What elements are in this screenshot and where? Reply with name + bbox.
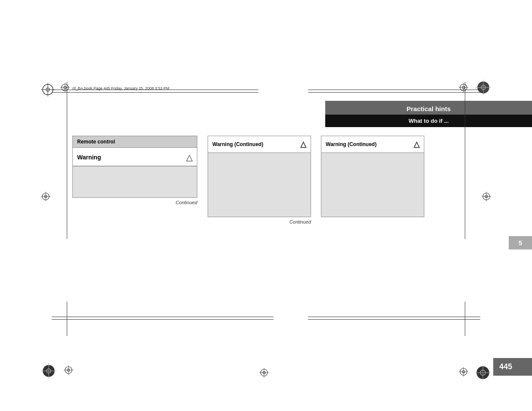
warning-continued-content-mid: [208, 153, 311, 217]
reg-mark-bottom-right-outer: [475, 364, 491, 381]
right-rule-top: [465, 82, 465, 239]
reg-mark-left-mid: [41, 192, 50, 201]
reg-mark-bottom-left-outer: [41, 363, 56, 379]
warning-label: Warning: [77, 154, 101, 161]
warning-row: Warning △: [73, 148, 197, 166]
left-rule-top: [67, 82, 67, 239]
warning-continued-box-mid: Warning (Continued) △: [208, 136, 311, 217]
reg-mark-right-mid: [482, 192, 491, 201]
section-tab: 5: [509, 236, 532, 249]
bottom-rule1: [52, 317, 274, 317]
right-column: Warning (Continued) △: [321, 136, 424, 217]
reg-mark-top-left-inner: [60, 83, 70, 92]
left-column: Remote control Warning △ Continued: [72, 136, 197, 205]
continued-label-mid: Continued: [208, 217, 311, 224]
file-info: nf_BA.book Page 445 Friday, January 25, …: [72, 86, 169, 90]
bottom-rule-right1: [308, 317, 480, 317]
header-rule-right2: [308, 92, 480, 93]
warning-continued-icon-mid: △: [300, 140, 306, 149]
middle-column: Warning (Continued) △ Continued: [208, 136, 311, 224]
header-rule-left2: [52, 92, 258, 93]
reg-mark-bottom-right-inner: [459, 367, 468, 377]
warning-continued-header-mid: Warning (Continued) △: [208, 136, 311, 153]
page-number-tab: 445: [493, 358, 532, 376]
warning-triangle-icon: △: [186, 152, 193, 162]
header-rule-right: [308, 90, 480, 90]
warning-continued-header-right: Warning (Continued) △: [321, 136, 424, 153]
warning-content: [73, 166, 197, 197]
remote-control-header: Remote control: [73, 136, 197, 148]
sub-header: What to do if ...: [325, 115, 532, 127]
warning-continued-box-right: Warning (Continued) △: [321, 136, 424, 217]
warning-continued-icon-right: △: [414, 140, 420, 149]
reg-mark-top-right-inner: [459, 83, 468, 92]
right-rule-bottom: [465, 302, 465, 336]
bottom-rule2: [52, 319, 274, 320]
continued-label: Continued: [72, 198, 197, 205]
left-rule-bottom: [67, 302, 67, 336]
warning-continued-content-right: [321, 153, 424, 217]
reg-mark-bottom-center: [259, 368, 269, 377]
bottom-rule-right2: [308, 319, 480, 320]
reg-mark-top-right-outer: [476, 80, 491, 95]
remote-control-box: Remote control Warning △: [72, 136, 197, 198]
reg-mark-bottom-left-inner: [64, 365, 73, 375]
